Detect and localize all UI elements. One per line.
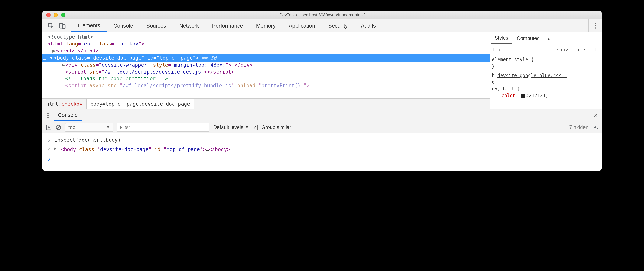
- dom-line-head[interactable]: ▶<head>…</head>: [42, 48, 490, 54]
- output-chevron-icon: ❮: [47, 146, 51, 153]
- tab-application[interactable]: Application: [282, 19, 322, 32]
- new-style-rule-button[interactable]: ＋: [590, 46, 602, 54]
- tab-security[interactable]: Security: [322, 19, 354, 32]
- console-output[interactable]: ❯ inspect(document.body) ❮ ▶ <body class…: [42, 134, 602, 171]
- dom-line-script-prettify[interactable]: <script async src="/wf-local/scripts/pre…: [42, 82, 490, 89]
- console-input-echo: ❯ inspect(document.body): [42, 135, 602, 145]
- close-drawer-button[interactable]: ×: [590, 112, 602, 120]
- dom-breadcrumbs: html.checkov body#top_of_page.devsite-do…: [42, 98, 490, 109]
- expand-triangle-icon[interactable]: ▶: [52, 48, 56, 54]
- group-similar-checkbox[interactable]: ✔: [252, 125, 258, 130]
- dom-selected-body[interactable]: … ▼ <body class="devsite-doc-page" id="t…: [42, 54, 490, 62]
- style-source: b devsite-google-blue.css:1: [492, 72, 600, 79]
- hidden-messages-count[interactable]: 7 hidden: [569, 124, 588, 130]
- prompt-chevron-icon: ❯: [47, 155, 51, 162]
- breadcrumb-html[interactable]: html.checkov: [42, 99, 86, 109]
- console-settings-icon[interactable]: [592, 124, 598, 130]
- svg-rect-2: [62, 25, 65, 28]
- console-filter-input[interactable]: [117, 123, 210, 132]
- dom-tree[interactable]: <!doctype html> <html lang="en" class="c…: [42, 32, 490, 109]
- toggle-hov-button[interactable]: :hov: [553, 44, 572, 55]
- levels-label: Default levels: [213, 124, 243, 130]
- chevron-down-icon: ▼: [245, 125, 249, 129]
- titlebar: DevTools - localhost:8080/web/fundamenta…: [42, 11, 602, 19]
- main-menu-button[interactable]: [588, 19, 602, 32]
- styles-tabs: Styles Computed »: [490, 32, 602, 44]
- styles-tab-computed[interactable]: Computed: [513, 32, 544, 44]
- context-label: top: [68, 124, 76, 130]
- console-prompt-row[interactable]: ❯: [42, 154, 602, 163]
- console-toolbar: top ▼ Default levels ▼ ✔ Group similar 7…: [42, 122, 602, 134]
- stylesheet-link[interactable]: devsite-google-blue.css:1: [498, 73, 567, 78]
- execute-icon[interactable]: [46, 124, 52, 130]
- element-style-close: }: [492, 63, 600, 70]
- expand-triangle-icon[interactable]: ▶: [62, 62, 65, 68]
- styles-toolbar: :hov .cls ＋: [490, 44, 602, 55]
- group-similar-label: Group similar: [262, 124, 291, 130]
- dom-line-script-devsite[interactable]: <script src="/wf-local/scripts/devsite-d…: [42, 68, 490, 76]
- svg-line-5: [57, 126, 60, 129]
- dom-line-wrapper-div[interactable]: ▶<div class="devsite-wrapper" style="mar…: [42, 62, 490, 68]
- console-result-row[interactable]: ❮ ▶ <body class="devsite-doc-page" id="t…: [42, 145, 602, 154]
- element-style-open: element.style {: [492, 56, 600, 63]
- styles-more-tabs-icon[interactable]: »: [546, 35, 553, 42]
- clear-console-icon[interactable]: [56, 124, 61, 130]
- log-levels-select[interactable]: Default levels ▼: [213, 124, 249, 130]
- styles-tab-styles[interactable]: Styles: [491, 32, 512, 44]
- panel-tabs: Elements Console Sources Network Perform…: [71, 19, 382, 32]
- styles-sidebar: Styles Computed » :hov .cls ＋ element.st…: [490, 32, 602, 109]
- console-drawer-menu-button[interactable]: [48, 113, 48, 118]
- collapse-triangle-icon[interactable]: ▼: [50, 54, 53, 62]
- styles-filter-input[interactable]: [490, 44, 553, 55]
- devtools-window: DevTools - localhost:8080/web/fundamenta…: [42, 11, 602, 171]
- dom-line-doctype[interactable]: <!doctype html>: [42, 34, 490, 40]
- console-result-body: <body class="devsite-doc-page" id="top_o…: [61, 145, 230, 154]
- elements-panel: <!doctype html> <html lang="en" class="c…: [42, 32, 602, 110]
- styles-rules[interactable]: element.style { } b devsite-google-blue.…: [490, 55, 602, 109]
- tab-network[interactable]: Network: [172, 19, 206, 32]
- tab-memory[interactable]: Memory: [250, 19, 282, 32]
- console-drawer-header: Console ×: [42, 110, 602, 122]
- expand-triangle-icon[interactable]: ▶: [54, 145, 57, 152]
- input-chevron-icon: ❯: [47, 136, 51, 144]
- window-title: DevTools - localhost:8080/web/fundamenta…: [42, 12, 602, 18]
- device-toolbar-icon[interactable]: [59, 23, 66, 29]
- dom-line-comment[interactable]: <!-- loads the code prettifier -->: [42, 75, 490, 82]
- toggle-cls-button[interactable]: .cls: [572, 44, 590, 55]
- console-command-text: inspect(document.body): [54, 136, 121, 144]
- inspect-element-icon[interactable]: [48, 23, 54, 29]
- tab-console[interactable]: Console: [107, 19, 140, 32]
- rule-declaration[interactable]: color: #212121;: [492, 92, 600, 99]
- style-source-o: o: [492, 79, 600, 86]
- tab-audits[interactable]: Audits: [354, 19, 382, 32]
- rule-selector: dy, html {: [492, 86, 600, 92]
- tab-sources[interactable]: Sources: [140, 19, 172, 32]
- color-swatch-icon[interactable]: [521, 94, 525, 98]
- breadcrumb-body[interactable]: body#top_of_page.devsite-doc-page: [86, 99, 194, 109]
- dom-selected-text: <body class="devsite-doc-page" id="top_o…: [54, 54, 198, 62]
- console-drawer-tab[interactable]: Console: [54, 110, 82, 121]
- dom-line-html[interactable]: <html lang="en" class="checkov">: [42, 40, 490, 48]
- tab-elements[interactable]: Elements: [71, 19, 107, 32]
- execution-context-select[interactable]: top ▼: [65, 123, 113, 132]
- chevron-down-icon: ▼: [106, 125, 110, 129]
- collapsed-parents-icon[interactable]: …: [42, 54, 47, 62]
- tab-performance[interactable]: Performance: [206, 19, 250, 32]
- main-toolbar: Elements Console Sources Network Perform…: [42, 19, 602, 32]
